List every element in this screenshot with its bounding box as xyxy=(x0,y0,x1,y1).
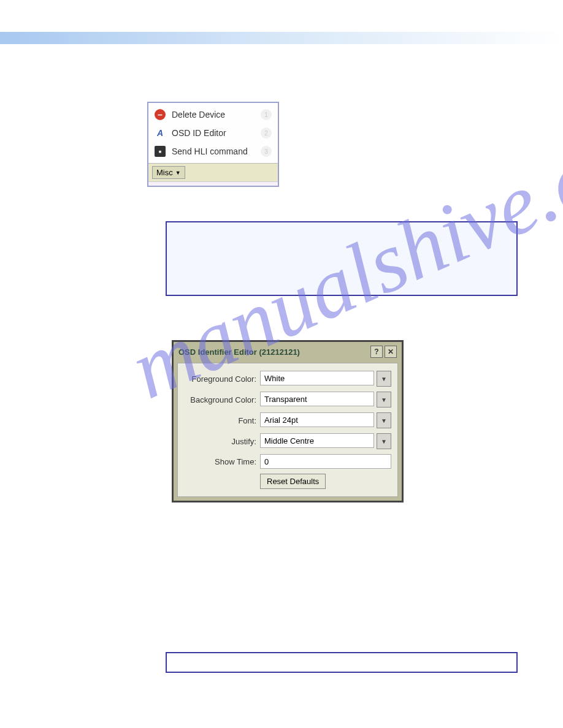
field-label: Show Time: xyxy=(184,457,260,466)
field-font: Font: Arial 24pt ▼ xyxy=(184,412,391,428)
menu-item-label: OSD ID Editor xyxy=(172,128,226,138)
misc-menu-screenshot: – Delete Device 1 A OSD ID Editor 2 ▪ Se… xyxy=(147,102,279,187)
dropdown-icon[interactable]: ▼ xyxy=(377,371,391,387)
justify-select[interactable]: Middle Centre xyxy=(260,433,374,448)
field-label: Font: xyxy=(184,416,260,425)
menu-item-label: Delete Device xyxy=(172,110,225,119)
reset-defaults-button[interactable]: Reset Defaults xyxy=(260,474,326,489)
dropdown-icon[interactable]: ▼ xyxy=(377,412,391,428)
menu-item-delete-device[interactable]: – Delete Device 1 xyxy=(148,105,278,124)
menu-footer-strip xyxy=(148,181,278,186)
dropdown-icon[interactable]: ▼ xyxy=(377,392,391,408)
osd-editor-icon: A xyxy=(155,127,166,138)
menu-footer: Misc ▼ xyxy=(148,163,278,181)
osd-identifier-editor-dialog: OSD Identifier Editor (21212121) ? ✕ For… xyxy=(172,340,404,502)
select-value: White xyxy=(264,374,285,383)
menu-item-marker: 3 xyxy=(261,146,272,157)
show-time-input[interactable]: 0 xyxy=(260,454,391,469)
info-note-box xyxy=(166,221,518,296)
menu-item-marker: 1 xyxy=(261,109,272,120)
background-color-select[interactable]: Transparent xyxy=(260,392,374,406)
menu-item-marker: 2 xyxy=(261,127,272,138)
foreground-color-select[interactable]: White xyxy=(260,371,374,385)
field-label: Background Color: xyxy=(184,395,260,404)
input-value: 0 xyxy=(264,457,269,466)
misc-dropdown-button[interactable]: Misc ▼ xyxy=(152,166,185,179)
menu-item-label: Send HLI command xyxy=(172,146,248,156)
select-value: Transparent xyxy=(264,395,307,404)
dialog-title-text: OSD Identifier Editor (21212121) xyxy=(178,347,369,357)
menu-item-send-hli[interactable]: ▪ Send HLI command 3 xyxy=(148,142,278,161)
field-label: Foreground Color: xyxy=(184,374,260,384)
select-value: Middle Centre xyxy=(264,436,314,446)
help-button[interactable]: ? xyxy=(370,346,383,358)
info-note-box-2 xyxy=(166,652,518,673)
close-button[interactable]: ✕ xyxy=(385,346,397,358)
field-justify: Justify: Middle Centre ▼ xyxy=(184,433,391,449)
field-label: Justify: xyxy=(184,437,260,446)
header-gradient-band xyxy=(0,32,563,44)
menu-item-osd-editor[interactable]: A OSD ID Editor 2 xyxy=(148,124,278,142)
field-show-time: Show Time: 0 xyxy=(184,454,391,469)
field-background-color: Background Color: Transparent ▼ xyxy=(184,392,391,408)
dialog-title-bar: OSD Identifier Editor (21212121) ? ✕ xyxy=(174,342,402,362)
dropdown-icon[interactable]: ▼ xyxy=(377,433,391,449)
delete-icon: – xyxy=(155,109,166,120)
terminal-icon: ▪ xyxy=(155,146,166,157)
font-select[interactable]: Arial 24pt xyxy=(260,412,374,427)
dialog-body: Foreground Color: White ▼ Background Col… xyxy=(177,363,398,497)
field-foreground-color: Foreground Color: White ▼ xyxy=(184,371,391,387)
dropdown-triangle-icon: ▼ xyxy=(175,170,181,176)
menu-list: – Delete Device 1 A OSD ID Editor 2 ▪ Se… xyxy=(148,103,278,163)
misc-button-label: Misc xyxy=(156,168,173,177)
select-value: Arial 24pt xyxy=(264,415,298,425)
